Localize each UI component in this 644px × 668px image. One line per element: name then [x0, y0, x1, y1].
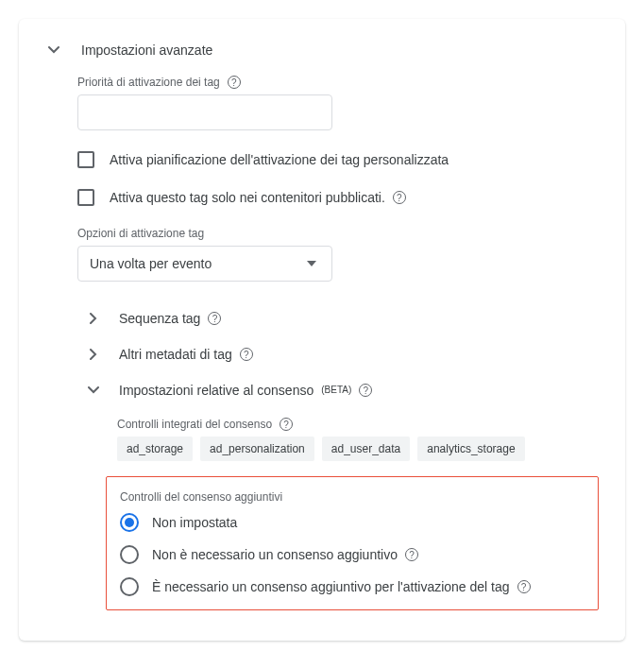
- help-icon[interactable]: ?: [393, 191, 406, 204]
- tag-sequencing-title: Sequenza tag: [119, 311, 200, 326]
- builtin-consent-label: Controlli integrati del consenso: [117, 418, 272, 431]
- advanced-settings-card: Impostazioni avanzate Priorità di attiva…: [19, 19, 625, 641]
- help-icon[interactable]: ?: [517, 580, 531, 593]
- consent-option-none-radio[interactable]: [120, 545, 139, 564]
- consent-option-not-set-row: Non impostata: [120, 513, 585, 532]
- builtin-consent-chips: ad_storage ad_personalization ad_user_da…: [117, 437, 599, 461]
- consent-option-required-row: È necessario un consenso aggiuntivo per …: [120, 577, 585, 596]
- consent-body: Controlli integrati del consenso ? ad_st…: [117, 418, 599, 461]
- advanced-settings-header[interactable]: Impostazioni avanzate: [45, 42, 599, 59]
- additional-consent-label: Controlli del consenso aggiuntivi: [120, 490, 585, 504]
- tag-metadata-title-wrap: Altri metadati di tag ?: [119, 347, 253, 362]
- consent-option-not-set-radio[interactable]: [120, 513, 139, 532]
- help-icon[interactable]: ?: [208, 312, 221, 325]
- help-icon[interactable]: ?: [405, 548, 418, 561]
- dropdown-caret-icon: [303, 255, 320, 272]
- help-icon[interactable]: ?: [228, 76, 241, 89]
- consent-option-none-row: Non è necessario un consenso aggiuntivo …: [120, 545, 585, 564]
- firing-options-select[interactable]: Una volta per evento: [77, 246, 332, 282]
- chevron-down-icon: [85, 382, 102, 399]
- custom-schedule-checkbox[interactable]: [77, 151, 94, 168]
- priority-label: Priorità di attivazione dei tag: [77, 76, 220, 89]
- consent-chip: ad_user_data: [322, 437, 410, 461]
- published-only-row: Attiva questo tag solo nei contenitori p…: [77, 189, 599, 206]
- builtin-consent-label-row: Controlli integrati del consenso ?: [117, 418, 599, 431]
- priority-row: Priorità di attivazione dei tag ?: [77, 76, 599, 130]
- consent-option-none-label: Non è necessario un consenso aggiuntivo: [152, 547, 398, 562]
- tag-sequencing-header[interactable]: Sequenza tag ?: [85, 310, 599, 327]
- consent-option-none-label-wrap: Non è necessario un consenso aggiuntivo …: [152, 547, 418, 562]
- section-title: Impostazioni avanzate: [81, 43, 212, 58]
- firing-options-row: Opzioni di attivazione tag Una volta per…: [77, 227, 599, 282]
- consent-option-not-set-label: Non impostata: [152, 515, 237, 530]
- help-icon[interactable]: ?: [240, 348, 253, 361]
- custom-schedule-label: Attiva pianificazione dell'attivazione d…: [110, 152, 449, 167]
- consent-chip: ad_storage: [117, 437, 193, 461]
- consent-option-required-label: È necessario un consenso aggiuntivo per …: [152, 579, 510, 594]
- advanced-settings-body: Priorità di attivazione dei tag ? Attiva…: [77, 76, 599, 610]
- help-icon[interactable]: ?: [359, 384, 372, 397]
- chevron-right-icon: [85, 346, 102, 363]
- consent-chip: ad_personalization: [200, 437, 314, 461]
- consent-chip: analytics_storage: [417, 437, 524, 461]
- consent-settings-header[interactable]: Impostazioni relative al consenso (BETA)…: [85, 382, 599, 399]
- tag-metadata-title: Altri metadati di tag: [119, 347, 232, 362]
- published-only-checkbox[interactable]: [77, 189, 94, 206]
- priority-input[interactable]: [77, 94, 332, 130]
- custom-schedule-row: Attiva pianificazione dell'attivazione d…: [77, 151, 599, 168]
- chevron-down-icon: [45, 42, 62, 59]
- published-only-label-wrap: Attiva questo tag solo nei contenitori p…: [110, 190, 406, 205]
- consent-settings-title: Impostazioni relative al consenso: [119, 383, 314, 398]
- consent-option-required-label-wrap: È necessario un consenso aggiuntivo per …: [152, 579, 531, 594]
- tag-metadata-header[interactable]: Altri metadati di tag ?: [85, 346, 599, 363]
- additional-consent-box: Controlli del consenso aggiuntivi Non im…: [106, 476, 599, 610]
- consent-settings-title-wrap: Impostazioni relative al consenso (BETA)…: [119, 383, 372, 398]
- published-only-label: Attiva questo tag solo nei contenitori p…: [110, 190, 385, 205]
- firing-options-value: Una volta per evento: [90, 256, 212, 271]
- chevron-right-icon: [85, 310, 102, 327]
- consent-option-required-radio[interactable]: [120, 577, 139, 596]
- help-icon[interactable]: ?: [280, 418, 293, 431]
- firing-options-label: Opzioni di attivazione tag: [77, 227, 599, 240]
- consent-beta-badge: (BETA): [321, 385, 351, 395]
- tag-sequencing-title-wrap: Sequenza tag ?: [119, 311, 221, 326]
- priority-label-row: Priorità di attivazione dei tag ?: [77, 76, 599, 89]
